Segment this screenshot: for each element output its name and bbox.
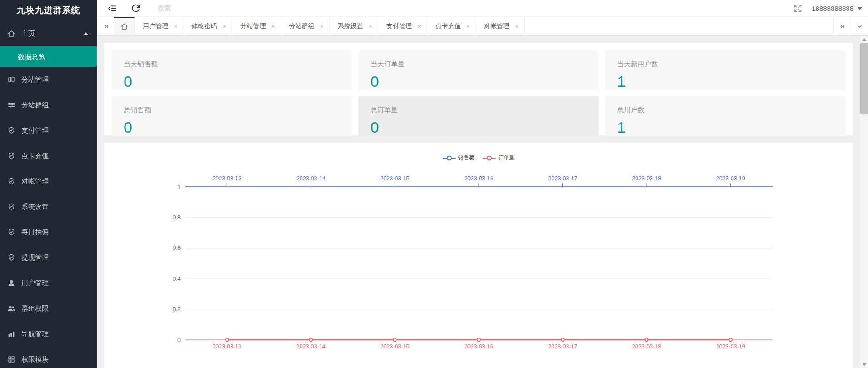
svg-text:2023-03-17: 2023-03-17	[548, 175, 577, 182]
username: 18888888888	[812, 5, 853, 12]
refresh-icon[interactable]	[131, 4, 140, 13]
tab-label: 修改密码	[191, 22, 217, 30]
vertical-scrollbar[interactable]	[860, 36, 868, 368]
sidebar-item[interactable]: 提现管理	[0, 245, 97, 270]
svg-text:2023-03-16: 2023-03-16	[464, 343, 493, 350]
sidebar-item-label: 点卡充值	[21, 152, 49, 160]
shield-check-icon	[7, 177, 15, 185]
user-menu[interactable]: 18888888888	[812, 5, 863, 12]
sidebar-item[interactable]: 分站群组	[0, 92, 97, 118]
tab[interactable]: 系统设置×	[330, 17, 378, 35]
close-icon[interactable]: ×	[174, 23, 177, 30]
sidebar-item-label: 群组权限	[21, 304, 49, 313]
tab[interactable]: 用户管理×	[135, 17, 183, 35]
sidebar-item[interactable]: 分站管理	[0, 67, 97, 92]
collapse-menu-icon[interactable]	[108, 4, 117, 13]
close-icon[interactable]: ×	[320, 23, 324, 30]
svg-text:2023-03-18: 2023-03-18	[632, 343, 661, 350]
home-icon	[120, 23, 128, 30]
close-icon[interactable]: ×	[417, 23, 421, 30]
svg-text:1: 1	[177, 184, 181, 190]
shield-check-icon	[7, 254, 15, 262]
stat-value: 0	[124, 119, 352, 136]
scrollbar-up-icon[interactable]	[860, 36, 868, 43]
stat-card: 总销售额0	[111, 96, 352, 136]
stat-label: 总订单量	[371, 106, 599, 114]
stat-label: 当天新用户数	[617, 60, 846, 69]
sidebar-item[interactable]: 支付管理	[0, 118, 97, 143]
caret-up-icon	[83, 32, 89, 35]
stat-value: 0	[124, 73, 352, 90]
scrollbar-down-icon[interactable]	[860, 362, 868, 368]
caret-down-icon	[857, 7, 863, 10]
tab[interactable]: 修改密码×	[183, 17, 232, 35]
tab[interactable]: 分站群组×	[281, 17, 330, 35]
stats-panel: 当天销售额0当天订单量0当天新用户数1总销售额0总订单量0总用户数1	[104, 43, 853, 135]
stat-label: 总用户数	[617, 106, 846, 114]
stat-label: 当天订单量	[371, 60, 599, 69]
sidebar-item[interactable]: 每日抽佣	[0, 219, 97, 245]
close-icon[interactable]: ×	[271, 23, 275, 30]
close-icon[interactable]: ×	[515, 23, 518, 30]
sidebar-item[interactable]: 权限模块	[0, 347, 97, 368]
sidebar-item-label: 导航管理	[21, 330, 49, 338]
home-tab[interactable]	[114, 17, 135, 35]
tab-label: 系统设置	[338, 22, 363, 30]
stat-label: 总销售额	[124, 106, 352, 114]
chart-panel: 销售额订单量 00.20.40.60.812023-03-132023-03-1…	[104, 143, 853, 368]
tab[interactable]: 点卡充值×	[427, 17, 476, 35]
sidebar-item[interactable]: 群组权限	[0, 296, 97, 321]
svg-text:0.6: 0.6	[173, 245, 181, 251]
svg-text:2023-03-16: 2023-03-16	[464, 175, 493, 182]
scrollbar-thumb[interactable]	[860, 43, 868, 114]
sidebar-item-label: 主页	[21, 30, 35, 38]
close-icon[interactable]: ×	[222, 23, 226, 30]
sidebar-item-label: 每日抽佣	[21, 228, 49, 237]
sidebar-item[interactable]: 导航管理	[0, 321, 97, 347]
fullscreen-icon[interactable]	[793, 4, 803, 13]
tab-label: 分站管理	[240, 22, 266, 30]
svg-text:2023-03-15: 2023-03-15	[380, 343, 409, 350]
svg-text:0.4: 0.4	[173, 276, 181, 282]
sidebar-item-label: 分站管理	[21, 75, 49, 84]
sidebar-item-label: 权限模块	[21, 355, 49, 364]
svg-text:0: 0	[177, 337, 181, 343]
svg-text:2023-03-19: 2023-03-19	[716, 175, 745, 182]
users-icon	[7, 304, 15, 313]
stat-card: 当天新用户数1	[605, 50, 846, 90]
user-icon	[7, 279, 15, 287]
content-area: 当天销售额0当天订单量0当天新用户数1总销售额0总订单量0总用户数1 销售额订单…	[97, 36, 860, 368]
close-icon[interactable]: ×	[466, 23, 470, 30]
sidebar-item-label: 分站群组	[21, 101, 49, 109]
stat-card: 当天订单量0	[358, 50, 599, 90]
close-icon[interactable]: ×	[369, 23, 372, 30]
svg-text:2023-03-14: 2023-03-14	[296, 175, 326, 182]
tab-bar: « 用户管理×修改密码×分站管理×分站群组×系统设置×支付管理×点卡充值×对帐管…	[97, 17, 868, 36]
app-title: 九块九进群系统	[0, 0, 97, 21]
tab[interactable]: 支付管理×	[378, 17, 427, 35]
search-input[interactable]	[158, 5, 285, 12]
sidebar-item[interactable]: 对帐管理	[0, 169, 97, 194]
svg-text:2023-03-13: 2023-03-13	[212, 175, 241, 182]
stat-label: 当天销售额	[124, 60, 352, 69]
tab-bar-right: »	[833, 17, 868, 35]
sales-orders-line-chart: 00.20.40.60.812023-03-132023-03-142023-0…	[104, 143, 853, 368]
sidebar-subitem[interactable]: 数据总览	[0, 46, 97, 67]
tabs-scroll-right-icon[interactable]: »	[833, 17, 851, 35]
sidebar-item[interactable]: 主页	[0, 21, 97, 46]
sidebar-item[interactable]: 用户管理	[0, 270, 97, 296]
svg-text:2023-03-18: 2023-03-18	[632, 175, 661, 182]
tab[interactable]: 对帐管理×	[476, 17, 524, 35]
tabs-scroll-left-icon[interactable]: «	[100, 17, 114, 35]
tab[interactable]: 分站管理×	[232, 17, 281, 35]
tabs-dropdown-icon[interactable]	[851, 17, 868, 35]
header-bar: 18888888888	[97, 0, 868, 17]
sidebar-item[interactable]: 系统设置	[0, 194, 97, 219]
sidebar-item[interactable]: 点卡充值	[0, 143, 97, 169]
svg-text:2023-03-17: 2023-03-17	[548, 343, 577, 350]
svg-text:0.2: 0.2	[173, 306, 181, 313]
home-icon	[7, 30, 15, 38]
tab-label: 对帐管理	[484, 22, 509, 30]
tab-label: 分站群组	[289, 22, 315, 30]
modules-icon	[7, 355, 15, 363]
